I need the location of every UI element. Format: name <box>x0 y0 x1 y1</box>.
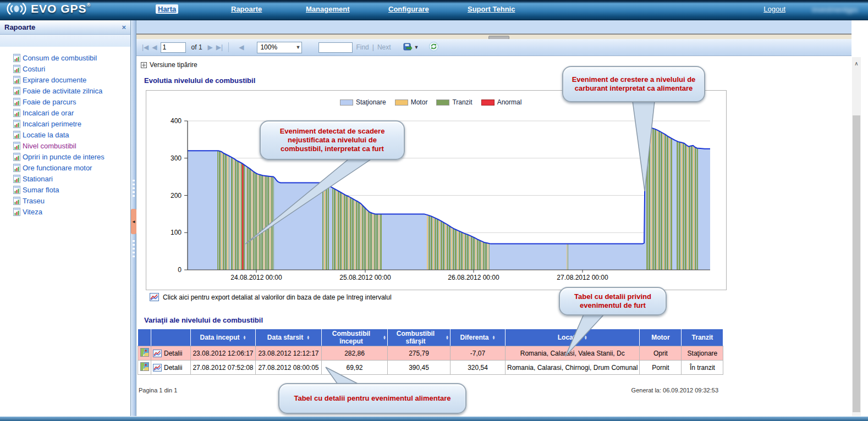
export-button[interactable]: ▼ <box>403 43 419 52</box>
column-header-tranzit: Tranzit <box>682 329 723 346</box>
sidebar-title: Rapoarte <box>4 23 35 31</box>
find-button[interactable]: Find <box>356 43 369 51</box>
column-header-locatie[interactable]: Locatie▲▼ <box>506 329 640 346</box>
sort-icon[interactable]: ▲▼ <box>383 335 386 340</box>
column-header-combustibil-nceput[interactable]: Combustibil început▲▼ <box>322 329 388 346</box>
details-link[interactable]: Detalii <box>164 350 182 357</box>
legend-label: Anormal <box>497 98 522 106</box>
sidebar-item-label: Costuri <box>23 65 45 73</box>
legend-item-sta-ionare: Staţionare <box>340 98 386 106</box>
evo-gps-logo: EVO GPS® <box>6 2 91 16</box>
sidebar-item-ore-functionare-motor[interactable]: Ore functionare motor <box>13 162 130 173</box>
sidebar-item-consum-de-combustibil[interactable]: Consum de combustibil <box>13 52 130 63</box>
sidebar-splitter[interactable]: ◄ <box>131 20 136 417</box>
sidebar-close-icon[interactable]: × <box>122 23 126 31</box>
legend-label: Staţionare <box>356 98 386 106</box>
report-icon <box>13 186 20 194</box>
zoom-level-value: 100% <box>260 43 277 51</box>
sidebar-item-sumar-flota[interactable]: Sumar flota <box>13 184 130 195</box>
logout-link[interactable]: Logout <box>763 5 785 13</box>
sidebar-item-opriri-in-puncte-de-interes[interactable]: Opriri in puncte de interes <box>13 151 130 162</box>
sidebar-item-nivel-combustibil[interactable]: Nivel combustibil <box>13 140 130 151</box>
scrollbar-thumb[interactable] <box>853 115 860 412</box>
report-splitter-strip <box>136 34 851 39</box>
scroll-up-icon[interactable]: ∧ <box>852 59 861 68</box>
fuel-level-chart: StaţionareMotorTranzitAnormal 0100200300… <box>146 90 727 290</box>
next-page-button[interactable]: ▶ <box>208 43 213 51</box>
refresh-button[interactable] <box>429 42 438 53</box>
nav-item-configurare[interactable]: Configurare <box>388 5 429 13</box>
map-column-header <box>138 329 151 346</box>
column-header-motor: Motor <box>640 329 682 346</box>
details-cell[interactable]: Detalii <box>151 361 191 375</box>
dropdown-caret-icon: ▼ <box>296 45 301 50</box>
report-icon <box>13 87 20 95</box>
column-header-label: Data sfarsit <box>267 334 303 341</box>
table-row: Detalii23.08.2012 12:06:1723.08.2012 12:… <box>138 346 723 361</box>
map-icon <box>140 362 149 371</box>
sidebar-item-expirare-documente[interactable]: Expirare documente <box>13 74 130 85</box>
back-button[interactable]: ◀ <box>239 43 244 51</box>
sidebar-item-foaie-de-activitate-zilnica[interactable]: Foaie de activitate zilnica <box>13 85 130 96</box>
page-number-input[interactable] <box>161 42 186 53</box>
sidebar-item-label: Expirare documente <box>23 76 86 84</box>
column-header-diferenta[interactable]: Diferenta▲▼ <box>451 329 506 346</box>
sidebar-item-incalcari-perimetre[interactable]: Incalcari perimetre <box>13 118 130 129</box>
svg-text:26.08.2012 00:00: 26.08.2012 00:00 <box>448 274 499 281</box>
find-text-input[interactable] <box>318 42 353 53</box>
sidebar-item-label: Opriri in puncte de interes <box>23 153 105 161</box>
details-cell[interactable]: Detalii <box>151 346 191 361</box>
nav-item-rapoarte[interactable]: Rapoarte <box>231 5 262 13</box>
detailed-export-link[interactable]: Click aici pentru export detaliat al val… <box>150 293 392 301</box>
first-page-button[interactable]: |◀ <box>142 43 149 51</box>
last-page-button[interactable]: ▶| <box>216 43 223 51</box>
sidebar-subband <box>0 35 130 47</box>
sidebar-item-stationari[interactable]: Stationari <box>13 173 130 184</box>
column-header-combustibil-sf-r-it[interactable]: Combustibil sfârşit▲▼ <box>388 329 451 346</box>
sidebar-collapse-handle[interactable]: ◄ <box>131 209 136 234</box>
next-result-button[interactable]: Next <box>377 43 391 51</box>
legend-swatch <box>481 99 495 106</box>
table-cell: Romania, Calarasi, Chirnogi, Drum Comuna… <box>506 361 640 375</box>
column-header-data-sfarsit[interactable]: Data sfarsit▲▼ <box>256 329 322 346</box>
sort-icon[interactable]: ▲▼ <box>492 335 496 340</box>
print-version-toggle[interactable]: Versiune tipărire <box>141 61 197 69</box>
sidebar-item-viteza[interactable]: Viteza <box>13 206 130 217</box>
sidebar-header: Rapoarte × <box>0 20 130 35</box>
report-icon <box>13 54 20 62</box>
sort-icon[interactable]: ▲▼ <box>584 335 587 340</box>
registered-mark: ® <box>87 2 91 8</box>
report-icon <box>13 164 20 172</box>
nav-item-suport-tehnic[interactable]: Suport Tehnic <box>468 5 515 13</box>
export-dropdown-caret-icon: ▼ <box>414 45 419 50</box>
report-icon <box>13 197 20 205</box>
sidebar-item-costuri[interactable]: Costuri <box>13 63 130 74</box>
sort-icon[interactable]: ▲▼ <box>306 335 310 340</box>
previous-page-button[interactable]: ◀ <box>152 43 157 51</box>
table-cell: 282,86 <box>322 346 388 361</box>
legend-label: Motor <box>411 98 428 106</box>
sort-icon[interactable]: ▲▼ <box>243 335 246 340</box>
show-on-map-cell[interactable] <box>138 361 151 375</box>
column-header-label: Tranzit <box>692 334 713 341</box>
table-cell: Pornit <box>640 361 682 375</box>
column-header-data-inceput[interactable]: Data inceput▲▼ <box>191 329 256 346</box>
sidebar-item-label: Incalcari de orar <box>23 109 74 117</box>
svg-text:400: 400 <box>171 117 182 125</box>
refresh-icon <box>429 42 438 51</box>
sidebar-item-locatie-la-data[interactable]: Locatie la data <box>13 129 130 140</box>
sidebar-item-foaie-de-parcurs[interactable]: Foaie de parcurs <box>13 96 130 107</box>
fuel-variations-table: Data inceput▲▼Data sfarsit▲▼Combustibil … <box>138 329 723 375</box>
show-on-map-cell[interactable] <box>138 346 151 361</box>
zoom-level-select[interactable]: 100% ▼ <box>257 42 302 53</box>
sort-icon[interactable]: ▲▼ <box>446 335 449 340</box>
sidebar-item-traseu[interactable]: Traseu <box>13 195 130 206</box>
sidebar-item-incalcari-de-orar[interactable]: Incalcari de orar <box>13 107 130 118</box>
sidebar-item-label: Traseu <box>23 197 45 205</box>
sidebar-item-label: Foaie de parcurs <box>23 98 76 106</box>
details-link[interactable]: Detalii <box>164 364 182 372</box>
nav-item-management[interactable]: Management <box>306 5 349 13</box>
sidebar-item-label: Stationari <box>23 175 53 183</box>
nav-item-harta[interactable]: Harta <box>156 4 178 14</box>
vertical-scrollbar[interactable]: ∧ <box>852 57 861 416</box>
